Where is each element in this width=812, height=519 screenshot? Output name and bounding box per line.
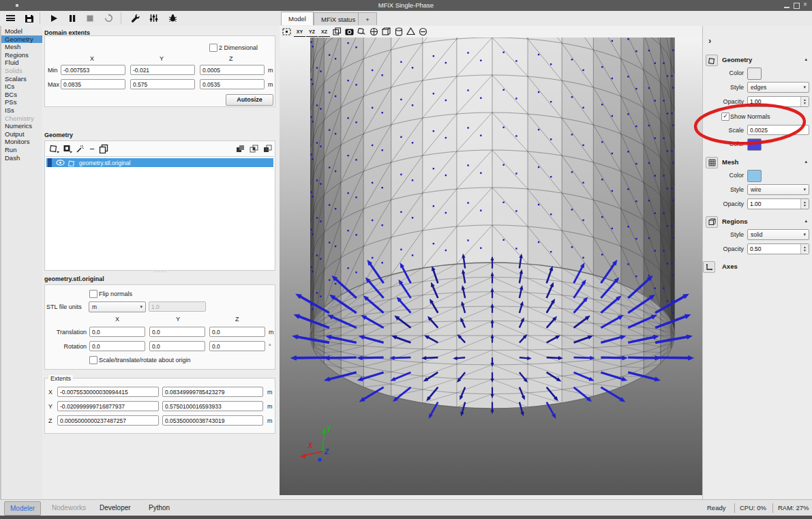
ymin-input[interactable]: [130, 65, 195, 75]
viewport-3d[interactable]: XYZ: [280, 38, 702, 495]
nav-item-iss[interactable]: ISs: [1, 106, 42, 115]
reset-view-icon[interactable]: [281, 27, 292, 36]
tab-mfix-status[interactable]: MFiX status: [314, 12, 363, 25]
nav-item-bcs[interactable]: BCs: [1, 91, 42, 99]
2d-checkbox[interactable]: [209, 44, 217, 52]
extents-y-min[interactable]: [57, 401, 159, 411]
visibility-eye-icon[interactable]: [56, 160, 65, 166]
extents-z-max[interactable]: [162, 415, 263, 426]
zmax-input[interactable]: [200, 79, 265, 89]
wand-icon[interactable]: [75, 143, 86, 154]
mode-modeler[interactable]: Modeler: [4, 501, 41, 516]
copy-geometry-icon[interactable]: [98, 143, 109, 154]
boolean-union-icon[interactable]: [235, 143, 246, 154]
collapse-arrow-icon[interactable]: ▴: [805, 159, 807, 164]
add-cylinder-icon[interactable]: [393, 27, 404, 36]
pause-icon[interactable]: [64, 12, 80, 25]
menu-icon[interactable]: [2, 12, 18, 25]
nav-item-monitors[interactable]: Monitors: [1, 138, 42, 146]
nav-item-numerics[interactable]: Numerics: [1, 122, 42, 130]
geometry-list[interactable]: geometry.stl.original: [46, 156, 274, 269]
tab-model[interactable]: Model: [281, 12, 314, 25]
mesh-style-dropdown[interactable]: wire▾: [747, 184, 809, 195]
normals-color-swatch[interactable]: [747, 138, 762, 151]
save-icon[interactable]: [21, 12, 37, 25]
regions-opacity-spinbox[interactable]: ▴▾: [747, 243, 809, 254]
add-filter-icon[interactable]: [62, 143, 73, 154]
xmax-input[interactable]: [61, 79, 125, 89]
ymax-input[interactable]: [130, 79, 195, 89]
close-button[interactable]: ×: [803, 3, 810, 9]
extents-z-min[interactable]: [57, 415, 159, 426]
reset-icon[interactable]: [100, 12, 117, 25]
visibility-menu-icon[interactable]: [356, 27, 367, 36]
nav-item-scalars[interactable]: Scalars: [1, 75, 42, 83]
nav-item-ics[interactable]: ICs: [1, 83, 42, 91]
nav-item-pss[interactable]: PSs: [1, 98, 42, 106]
nav-item-dash[interactable]: Dash: [1, 154, 42, 162]
perspective-icon[interactable]: [331, 27, 343, 36]
stl-units-dropdown[interactable]: m▾: [89, 301, 146, 312]
zmin-input[interactable]: [200, 65, 265, 75]
nav-item-run[interactable]: Run: [1, 146, 42, 154]
rotation-x-input[interactable]: [89, 341, 145, 351]
stop-icon[interactable]: [82, 12, 98, 25]
settings-wrench-icon[interactable]: [127, 12, 143, 25]
add-cone-icon[interactable]: [405, 27, 417, 36]
mesh-color-swatch[interactable]: [747, 170, 762, 182]
nav-item-output[interactable]: Output: [1, 130, 42, 138]
debug-bug-icon[interactable]: [164, 12, 181, 25]
geometry-display-header[interactable]: Geometry ▴: [703, 55, 812, 65]
panel-collapse-chevron-icon[interactable]: ›: [708, 35, 711, 46]
normals-scale-input[interactable]: [747, 125, 809, 135]
nav-item-fluid[interactable]: Fluid: [1, 59, 42, 67]
translation-z-input[interactable]: [209, 327, 265, 337]
regions-display-header[interactable]: Regions ▴: [703, 216, 812, 227]
geometry-style-dropdown[interactable]: edges▾: [747, 82, 809, 93]
view-xz-icon[interactable]: XZ: [318, 27, 330, 37]
translation-y-input[interactable]: [149, 327, 205, 337]
mesh-display-header[interactable]: Mesh ▴: [703, 157, 812, 168]
show-normals-checkbox[interactable]: ✓: [721, 113, 730, 121]
nav-item-geometry[interactable]: Geometry: [1, 35, 42, 44]
flip-normals-checkbox[interactable]: [89, 290, 97, 298]
add-torus-icon[interactable]: [417, 27, 429, 36]
nav-item-regions[interactable]: Regions: [1, 51, 42, 59]
xmin-input[interactable]: [61, 65, 125, 75]
tab-add[interactable]: +: [358, 12, 377, 25]
view-xy-icon[interactable]: XY: [294, 27, 305, 37]
run-play-icon[interactable]: [46, 12, 62, 25]
extents-x-min[interactable]: [57, 387, 159, 397]
geometry-list-item[interactable]: geometry.stl.original: [46, 158, 273, 167]
add-box-icon[interactable]: [380, 27, 392, 36]
splitter-handle[interactable]: ·····: [153, 268, 167, 275]
viewport-3d-scene[interactable]: XYZ: [280, 38, 702, 495]
mode-developer[interactable]: Developer: [94, 501, 136, 514]
add-sphere-icon[interactable]: [368, 27, 380, 36]
remove-geometry-icon[interactable]: −: [87, 143, 97, 154]
about-origin-checkbox[interactable]: [89, 356, 97, 364]
screenshot-camera-icon[interactable]: [344, 27, 355, 36]
parameters-sliders-icon[interactable]: [145, 12, 162, 25]
translation-x-input[interactable]: [89, 327, 145, 337]
mode-python[interactable]: Python: [143, 501, 175, 514]
boolean-intersect-icon[interactable]: [249, 143, 260, 154]
axes-display-header[interactable]: Axes: [703, 261, 812, 272]
add-geometry-icon[interactable]: [49, 143, 60, 154]
extents-x-max[interactable]: [162, 387, 263, 397]
view-yz-icon[interactable]: YZ: [306, 27, 318, 37]
collapse-arrow-icon[interactable]: ▴: [805, 57, 807, 62]
collapse-arrow-icon[interactable]: ▴: [805, 218, 807, 224]
maximize-button[interactable]: [793, 3, 800, 9]
minimize-button[interactable]: [783, 3, 790, 9]
boolean-difference-icon[interactable]: [262, 143, 273, 154]
geometry-opacity-spinbox[interactable]: ▴▾: [747, 96, 809, 107]
nav-item-model[interactable]: Model: [1, 27, 42, 35]
autosize-button[interactable]: Autosize: [226, 94, 273, 106]
nav-item-mesh[interactable]: Mesh: [1, 43, 42, 51]
geometry-color-swatch[interactable]: [747, 68, 762, 80]
regions-style-dropdown[interactable]: solid▾: [747, 229, 809, 240]
rotation-y-input[interactable]: [149, 341, 205, 351]
mesh-opacity-spinbox[interactable]: ▴▾: [747, 198, 809, 209]
extents-y-max[interactable]: [162, 401, 263, 411]
